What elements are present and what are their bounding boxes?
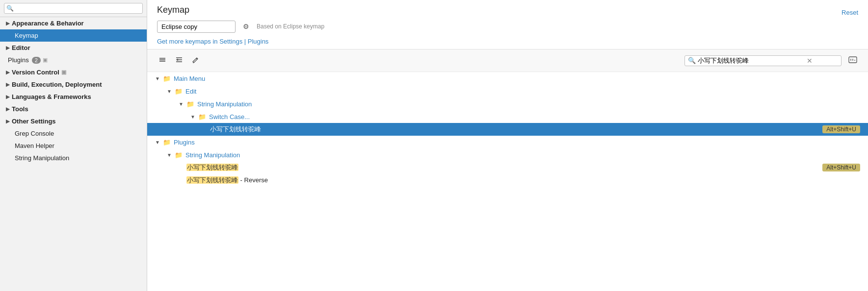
highlight: 小写下划线转驼峰 — [186, 164, 238, 171]
window-icon: ▣ — [43, 57, 48, 63]
tree-row[interactable]: ▼ 📁 String Manipulation — [147, 97, 868, 110]
sidebar-item-label: Tools — [12, 105, 28, 113]
edit-shortcut-button[interactable] — [188, 54, 203, 67]
sidebar-item-version-control[interactable]: ▶ Version Control ▣ — [0, 66, 147, 78]
chevron-icon: ▼ — [190, 114, 196, 120]
window-icon: ▣ — [61, 69, 66, 75]
edit-icon — [192, 56, 200, 64]
sidebar-item-label: Editor — [12, 44, 30, 51]
tree-row[interactable]: ▼ 📁 Main Menu — [147, 72, 868, 85]
keymap-search-box: 🔍 ✕ — [684, 55, 842, 66]
expand-all-button[interactable] — [172, 54, 186, 67]
sidebar-item-maven-helper[interactable]: Maven Helper — [0, 140, 147, 152]
highlight: 小写下划线转驼峰 — [186, 176, 238, 184]
tree-item-label: String Manipulation — [197, 100, 860, 108]
expand-all-icon — [175, 56, 183, 64]
sidebar-item-appearance[interactable]: ▶ Appearance & Behavior — [0, 17, 147, 29]
sidebar-item-label: String Manipulation — [15, 154, 69, 162]
page-title: Keymap — [157, 5, 189, 15]
sidebar-item-keymap[interactable]: Keymap — [0, 29, 147, 42]
chevron-icon: ▶ — [6, 106, 10, 112]
tree-row[interactable]: 小写下划线转驼峰 Alt+Shift+U — [147, 161, 868, 174]
sidebar-item-languages[interactable]: ▶ Languages & Frameworks — [0, 91, 147, 103]
tree-item-label: 小写下划线转驼峰 — [210, 125, 822, 134]
find-shortcut-button[interactable] — [845, 53, 860, 68]
sidebar-item-label: Languages & Frameworks — [12, 93, 91, 100]
main-content: Keymap Reset Eclipse copy Eclipse Defaul… — [147, 0, 868, 291]
tree-row[interactable]: ▼ 📁 String Manipulation — [147, 148, 868, 161]
sidebar-search-icon: 🔍 — [6, 5, 14, 12]
chevron-icon: ▶ — [6, 82, 10, 87]
folder-icon: 📁 — [163, 75, 171, 82]
collapse-all-button[interactable] — [155, 54, 170, 67]
tree-item-label: Edit — [185, 88, 860, 95]
folder-icon: 📁 — [175, 151, 183, 159]
folder-icon: 📁 — [163, 139, 171, 146]
sidebar-item-label: Maven Helper — [15, 142, 54, 149]
chevron-icon: ▼ — [167, 89, 173, 94]
sidebar-item-grep-console[interactable]: Grep Console — [0, 127, 147, 140]
shortcut-badge: Alt+Shift+U — [822, 125, 860, 133]
based-on-text: Based on Eclipse keymap — [257, 23, 324, 30]
plugins-badge: 2 — [32, 57, 41, 64]
search-clear-button[interactable]: ✕ — [806, 57, 814, 65]
chevron-icon: ▶ — [6, 45, 10, 50]
search-icon: 🔍 — [688, 57, 696, 64]
sidebar-item-label: Plugins — [8, 56, 29, 64]
chevron-icon: ▶ — [6, 70, 10, 75]
tree-item-label: String Manipulation — [185, 151, 860, 159]
sidebar-item-label: Appearance & Behavior — [12, 20, 84, 27]
content-toolbar: 🔍 ✕ — [147, 49, 868, 72]
sidebar-item-string-manipulation[interactable]: String Manipulation — [0, 152, 147, 164]
find-shortcut-icon — [848, 55, 857, 64]
folder-icon: 📁 — [198, 113, 206, 121]
sidebar-search-area: 🔍 — [0, 0, 147, 17]
keymap-gear-button[interactable]: ⚙ — [239, 20, 253, 33]
chevron-icon: ▶ — [6, 21, 10, 26]
tree-row[interactable]: ▼ 📁 Edit — [147, 85, 868, 97]
keymap-search-input[interactable] — [698, 57, 806, 64]
main-header: Keymap Reset Eclipse copy Eclipse Defaul… — [147, 0, 868, 49]
sidebar-search-wrap: 🔍 — [4, 3, 143, 14]
tree-row[interactable]: ▼ 📁 Switch Case... — [147, 110, 868, 123]
keymap-controls: Eclipse copy Eclipse Default NetBeans 6.… — [157, 20, 858, 33]
tree-item-label: Main Menu — [174, 75, 860, 82]
tree-row-selected[interactable]: 小写下划线转驼峰 Alt+Shift+U — [147, 123, 868, 136]
tree-item-label: 小写下划线转驼峰 - Reverse — [186, 176, 860, 185]
sidebar-item-build[interactable]: ▶ Build, Execution, Deployment — [0, 78, 147, 91]
chevron-icon: ▼ — [155, 76, 161, 81]
sidebar-item-label: Build, Execution, Deployment — [12, 81, 102, 88]
tree-item-label: 小写下划线转驼峰 — [186, 163, 822, 172]
collapse-all-icon — [158, 56, 166, 64]
tree-item-label: Plugins — [174, 139, 860, 146]
sidebar-item-other-settings[interactable]: ▶ Other Settings — [0, 115, 147, 127]
folder-icon: 📁 — [175, 88, 183, 95]
keymap-tree: ▼ 📁 Main Menu ▼ 📁 Edit ▼ 📁 String Manipu… — [147, 72, 868, 291]
keymap-select-wrap: Eclipse copy Eclipse Default NetBeans 6.… — [157, 21, 236, 33]
sidebar-item-label: Grep Console — [15, 130, 54, 137]
chevron-icon: ▶ — [6, 94, 10, 99]
settings-sidebar: 🔍 ▶ Appearance & Behavior Keymap ▶ Edito… — [0, 0, 147, 291]
sidebar-item-label: Other Settings — [12, 118, 56, 125]
tree-row[interactable]: 小写下划线转驼峰 - Reverse — [147, 174, 868, 187]
sidebar-item-label: Keymap — [15, 32, 38, 39]
sidebar-item-tools[interactable]: ▶ Tools — [0, 103, 147, 115]
folder-icon: 📁 — [186, 100, 194, 108]
keymap-select[interactable]: Eclipse copy Eclipse Default NetBeans 6.… — [157, 21, 236, 33]
chevron-icon: ▼ — [155, 140, 161, 145]
shortcut-badge: Alt+Shift+U — [822, 164, 860, 171]
sidebar-item-label: Version Control — [12, 69, 59, 76]
sidebar-item-editor[interactable]: ▶ Editor — [0, 42, 147, 54]
tree-row[interactable]: ▼ 📁 Plugins — [147, 136, 868, 148]
sidebar-item-plugins[interactable]: Plugins 2 ▣ — [0, 54, 147, 66]
tree-item-label: Switch Case... — [209, 113, 860, 121]
sidebar-search-input[interactable] — [4, 3, 143, 14]
reset-button[interactable]: Reset — [842, 9, 858, 16]
chevron-icon: ▶ — [6, 119, 10, 124]
get-more-keymaps-link[interactable]: Get more keymaps in Settings | Plugins — [157, 38, 268, 49]
chevron-icon: ▼ — [167, 152, 173, 158]
chevron-icon: ▼ — [179, 101, 184, 107]
